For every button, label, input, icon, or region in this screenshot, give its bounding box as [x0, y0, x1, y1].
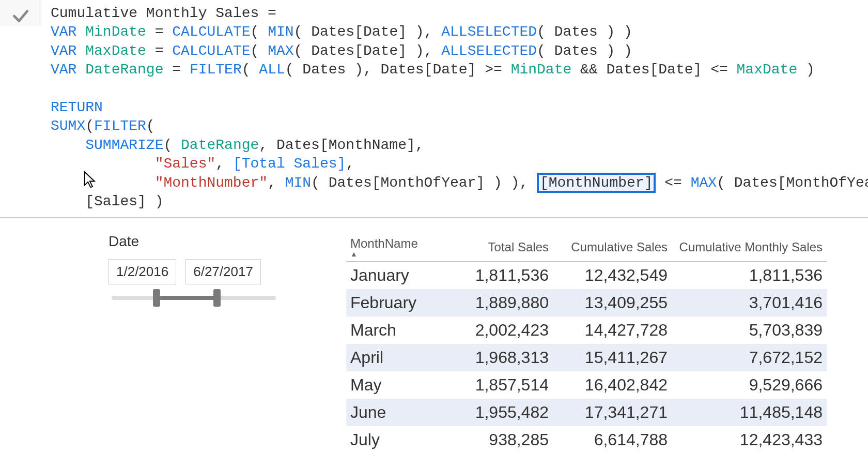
- cropped-title: um: [0, 233, 41, 452]
- cell-month: March: [346, 319, 450, 342]
- table-row[interactable]: July938,2856,614,78812,423,433: [346, 426, 827, 452]
- cell-month: June: [346, 401, 450, 424]
- cell-cum: 12,432,549: [553, 264, 672, 287]
- cell-month: July: [346, 428, 450, 451]
- cell-cmon: 3,701,416: [672, 291, 827, 314]
- table-header-row: MonthName ▲ Total Sales Cumulative Sales…: [346, 233, 827, 262]
- date-slicer[interactable]: Date 1/2/2016 6/27/2017: [109, 233, 279, 300]
- cell-month: February: [346, 291, 450, 314]
- formula-editor[interactable]: Cumulative Monthly Sales = VAR MinDate =…: [41, 0, 868, 217]
- cell-cmon: 1,811,536: [672, 264, 827, 287]
- report-canvas: um Date 1/2/2016 6/27/2017 MonthName ▲ T…: [0, 218, 868, 452]
- cell-total: 1,811,536: [450, 264, 553, 287]
- checkmark-icon: [11, 6, 30, 26]
- date-slider-fill: [154, 296, 217, 300]
- cell-month: January: [346, 264, 450, 287]
- slicer-label: Date: [109, 233, 279, 250]
- date-to-input[interactable]: 6/27/2017: [185, 259, 261, 284]
- cell-total: 1,955,482: [450, 401, 553, 424]
- sort-asc-icon: ▲: [350, 250, 445, 258]
- col-header-total[interactable]: Total Sales: [450, 240, 553, 254]
- cell-total: 1,857,514: [450, 373, 553, 397]
- col-header-cum[interactable]: Cumulative Sales: [553, 240, 672, 254]
- cell-total: 938,285: [450, 428, 553, 451]
- date-slider-track[interactable]: [112, 296, 276, 300]
- table-row[interactable]: February1,889,88013,409,2553,701,416: [346, 289, 827, 317]
- cell-cmon: 7,672,152: [672, 346, 827, 369]
- date-slider-thumb-to[interactable]: [213, 289, 221, 307]
- cell-month: April: [346, 346, 450, 369]
- sales-table[interactable]: MonthName ▲ Total Sales Cumulative Sales…: [346, 233, 827, 452]
- table-row[interactable]: June1,955,48217,341,27111,485,148: [346, 399, 827, 426]
- table-row[interactable]: May1,857,51416,402,8429,529,666: [346, 371, 827, 399]
- table-row[interactable]: January1,811,53612,432,5491,811,536: [346, 262, 827, 289]
- cell-total: 1,968,313: [450, 346, 553, 369]
- cell-cum: 14,427,728: [553, 319, 672, 342]
- cell-cum: 17,341,271: [553, 401, 672, 424]
- col-header-month[interactable]: MonthName ▲: [346, 236, 450, 258]
- cell-month: May: [346, 373, 450, 397]
- cell-cum: 16,402,842: [553, 373, 672, 397]
- measure-name: Cumulative Monthly Sales: [51, 5, 259, 21]
- cell-cmon: 11,485,148: [672, 401, 827, 424]
- cell-cmon: 9,529,666: [672, 373, 827, 397]
- table-row[interactable]: April1,968,31315,411,2677,672,152: [346, 344, 827, 371]
- cell-cmon: 5,703,839: [672, 319, 827, 342]
- cell-cum: 13,409,255: [553, 291, 672, 314]
- highlighted-token: [MonthNumber]: [537, 173, 656, 193]
- commit-formula-button[interactable]: [0, 0, 41, 26]
- col-header-cmon[interactable]: Cumulative Monthly Sales: [672, 240, 827, 254]
- date-slider-thumb-from[interactable]: [153, 289, 160, 307]
- table-row[interactable]: March2,002,42314,427,7285,703,839: [346, 317, 827, 344]
- cell-cmon: 12,423,433: [672, 428, 827, 451]
- cell-cum: 6,614,788: [553, 428, 672, 451]
- date-from-input[interactable]: 1/2/2016: [109, 259, 176, 284]
- cell-cum: 15,411,267: [553, 346, 672, 369]
- cell-total: 2,002,423: [450, 319, 553, 342]
- formula-bar: Cumulative Monthly Sales = VAR MinDate =…: [0, 0, 868, 218]
- cell-total: 1,889,880: [450, 291, 553, 314]
